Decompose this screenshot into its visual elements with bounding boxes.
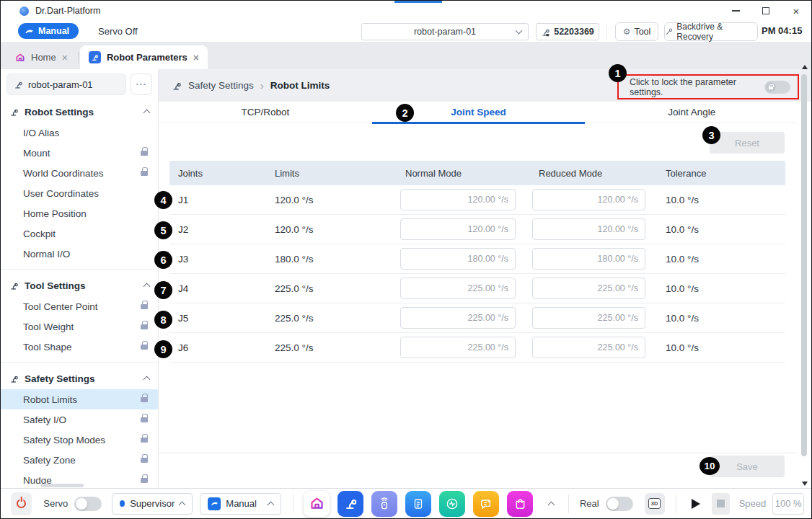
speed-value-box[interactable]: 100 %	[772, 493, 804, 515]
role-status-dot	[120, 500, 125, 507]
close-icon: ×	[793, 5, 800, 17]
operation-mode-select[interactable]: Manual	[200, 493, 281, 515]
chevron-up-icon	[268, 501, 275, 508]
tab-robot-parameters-label: Robot Parameters	[107, 52, 187, 63]
close-button[interactable]: ×	[781, 1, 811, 21]
sidebar-item-safety-zone[interactable]: Safety Zone	[1, 450, 158, 470]
home-app-icon[interactable]	[304, 491, 330, 517]
param-name-box[interactable]: robot-param-01	[6, 74, 126, 95]
real-mode-toggle[interactable]	[606, 497, 633, 511]
main-vertical-scrollbar[interactable]	[800, 65, 809, 486]
scroll-down-icon[interactable]	[802, 482, 808, 486]
j2-normal-mode-input[interactable]	[400, 218, 516, 240]
maximize-button[interactable]	[751, 1, 781, 21]
item-label: Tool Weight	[23, 321, 74, 332]
sidebar-item-cockpit[interactable]: Cockpit	[1, 223, 158, 244]
j4-reduced-mode-input[interactable]	[532, 278, 645, 299]
role-select[interactable]: Supervisor	[112, 493, 193, 515]
sidebar-item-tool-center-point[interactable]: Tool Center Point	[1, 296, 158, 316]
task-writer-app-icon[interactable]	[405, 491, 431, 517]
real-mode-label: Real	[580, 498, 599, 509]
save-button[interactable]: Save	[710, 456, 785, 477]
maximize-icon	[762, 7, 769, 14]
chevron-up-icon	[144, 376, 151, 383]
annotation-badge-6: 6	[154, 251, 172, 269]
sidebar-item-normal-io[interactable]: Normal I/O	[1, 244, 158, 264]
joint-label: J2	[169, 224, 257, 235]
j6-normal-mode-input[interactable]	[400, 337, 516, 358]
robot-icon	[172, 81, 182, 91]
j2-reduced-mode-input[interactable]	[532, 218, 645, 240]
monitoring-app-icon[interactable]	[439, 491, 465, 517]
j3-reduced-mode-input[interactable]	[532, 248, 645, 270]
annotation-badge-10: 10	[700, 457, 720, 475]
sidebar-item-robot-limits[interactable]: Robot Limits	[1, 389, 158, 409]
message-app-icon[interactable]	[473, 491, 499, 517]
param-file-select[interactable]: robot-param-01	[361, 23, 529, 40]
j5-reduced-mode-input[interactable]	[532, 307, 645, 329]
lock-icon	[141, 458, 148, 463]
j6-reduced-mode-input[interactable]	[532, 337, 645, 358]
top-toolbar: Manual Servo Off robot-param-01 52203369…	[1, 21, 811, 42]
play-button[interactable]	[687, 493, 705, 515]
j1-reduced-mode-input[interactable]	[532, 189, 645, 210]
sidebar-item-user-coordinates[interactable]: User Coordinates	[1, 183, 158, 203]
teach-pendant-app-icon[interactable]	[371, 491, 397, 517]
item-label: User Coordinates	[23, 188, 99, 199]
tab-home[interactable]: Home ×	[6, 45, 76, 69]
table-header-row: Joints Limits Normal Mode Reduced Mode T…	[169, 161, 785, 185]
tool-button[interactable]: ⚙ Tool	[615, 22, 658, 41]
sidebar-item-tool-weight[interactable]: Tool Weight	[1, 316, 158, 337]
store-app-icon[interactable]	[507, 491, 533, 517]
servo-toggle[interactable]	[74, 497, 102, 511]
chevron-up-icon	[144, 283, 151, 290]
view-3d-button[interactable]: 3D	[645, 493, 665, 515]
more-options-button[interactable]: ···	[131, 74, 152, 95]
sidebar-item-world-coordinates[interactable]: World Coordinates	[1, 163, 158, 183]
sidebar: robot-param-01 ··· Robot Settings I/O Al…	[1, 69, 159, 488]
lock-icon	[141, 397, 148, 402]
j4-normal-mode-input[interactable]	[400, 278, 516, 299]
sidebar-horizontal-scrollbar[interactable]	[40, 484, 84, 487]
tab-robot-parameters[interactable]: Robot Parameters ×	[80, 45, 208, 69]
dock-collapse-chevron-icon[interactable]	[548, 501, 555, 508]
lock-icon	[141, 171, 148, 176]
j5-normal-mode-input[interactable]	[400, 307, 516, 329]
tab-joint-angle[interactable]: Joint Angle	[585, 102, 798, 123]
group-header-robot-settings[interactable]: Robot Settings	[1, 101, 158, 123]
scrollbar-thumb[interactable]	[801, 74, 807, 456]
minimize-button[interactable]	[720, 1, 751, 21]
sidebar-item-safety-io[interactable]: Safety I/O	[1, 409, 158, 430]
tab-tcp-robot[interactable]: TCP/Robot	[159, 102, 372, 123]
servo-label: Servo	[43, 498, 68, 509]
power-button[interactable]	[11, 492, 32, 515]
sidebar-item-mount[interactable]: Mount	[1, 143, 158, 163]
item-label: Robot Limits	[23, 394, 77, 405]
app-logo-icon	[19, 6, 29, 16]
close-icon[interactable]: ×	[62, 53, 68, 63]
backdrive-recovery-button[interactable]: Backdrive & Recovery	[664, 22, 758, 41]
stop-button[interactable]	[712, 493, 730, 515]
lock-icon	[141, 151, 148, 156]
breadcrumb-section[interactable]: Safety Settings	[188, 80, 254, 91]
robot-serial-box[interactable]: 52203369	[536, 23, 599, 40]
group-header-tool-settings[interactable]: Tool Settings	[1, 275, 158, 296]
group-header-safety-settings[interactable]: Safety Settings	[1, 368, 158, 389]
operation-mode-value: Manual	[226, 498, 257, 509]
sidebar-item-io-alias[interactable]: I/O Alias	[1, 123, 158, 143]
j1-normal-mode-input[interactable]	[400, 189, 516, 210]
sidebar-item-safety-stop-modes[interactable]: Safety Stop Modes	[1, 430, 158, 450]
parameter-lock-toggle[interactable]	[764, 81, 790, 94]
toolbar-divider	[606, 25, 607, 39]
sidebar-item-home-position[interactable]: Home Position	[1, 203, 158, 223]
lock-icon	[141, 438, 148, 443]
joint-label: J5	[169, 313, 257, 324]
close-icon[interactable]: ×	[193, 53, 199, 63]
sidebar-item-tool-shape[interactable]: Tool Shape	[1, 337, 158, 357]
reset-button[interactable]: Reset	[710, 132, 785, 154]
robot-params-app-icon[interactable]	[337, 491, 363, 517]
j3-normal-mode-input[interactable]	[400, 248, 516, 270]
manual-mode-button[interactable]: Manual	[18, 23, 79, 39]
robot-serial-number: 52203369	[554, 27, 594, 37]
scroll-up-icon[interactable]	[802, 65, 808, 69]
